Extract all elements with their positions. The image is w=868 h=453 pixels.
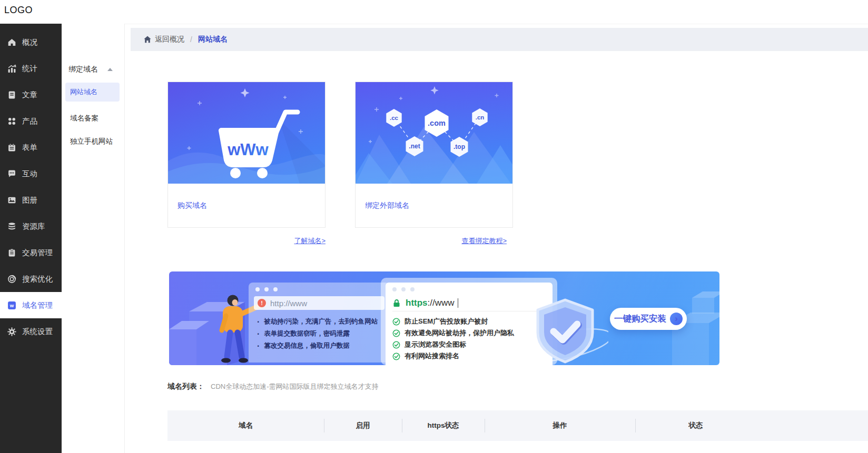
subsidebar-group-bind-domain[interactable]: 绑定域名 [68,65,121,74]
gallery-icon [7,196,16,205]
hex-label-top: .top [453,143,465,150]
check-circle-icon [392,353,400,360]
https-promo-banner: ! http://www ·被劫持/污染，充满广告，去到钓鱼网站 ·表单提交数据… [169,271,719,365]
sidebar-item-stats[interactable]: 统计 [0,55,62,82]
collapse-arrow-icon [107,68,113,71]
app-window: LOGO 概况 统计 文章 产品 [0,0,868,453]
domain-list-hint: CDN全球动态加速-需网站国际版且绑定独立域名才支持 [211,382,379,391]
sidebar-item-domains[interactable]: w 域名管理 [0,292,62,318]
secondary-sidebar: 绑定域名 网站域名 域名备案 独立手机网站 [62,24,125,453]
sidebar-item-resources[interactable]: 资源库 [0,213,62,239]
hex-label-cc: .cc [390,115,399,121]
sidebar-item-gallery[interactable]: 图册 [0,187,62,213]
check-circle-icon [392,329,400,337]
security-shield-icon [523,297,608,365]
hex-label-cn: .cn [476,114,485,120]
stats-icon [7,64,16,73]
resource-icon [7,222,16,231]
top-bar: LOGO [0,0,868,24]
cta-label: 一键购买安装 [614,313,666,325]
breadcrumb-back-link[interactable]: 返回概况 [155,35,184,44]
https-scheme-text: https [406,298,428,308]
column-header-actions: 操作 [485,410,635,441]
sidebar-item-label: 系统设置 [22,327,53,337]
https-benefit-item: 防止SEM广告投放账户被封 [405,317,488,326]
http-url-text: http://www [270,299,307,308]
alert-icon: ! [258,299,266,307]
breadcrumb-separator: / [190,35,192,44]
column-header-status: 状态 [635,410,756,441]
sidebar-item-label: 文章 [22,90,37,100]
http-address-bar: ! http://www [254,296,384,310]
form-icon [7,143,16,152]
buy-domain-illustration: wWw [168,82,325,184]
subsidebar-item-label: 独立手机网站 [70,137,113,145]
sidebar-item-label: 交易管理 [22,248,53,258]
sidebar-item-forms[interactable]: 表单 [0,134,62,160]
sidebar-item-products[interactable]: 产品 [0,108,62,134]
product-icon [7,117,16,126]
browser-dots [386,283,553,291]
sidebar-item-interaction[interactable]: 互动 [0,160,62,187]
bind-external-domain-card[interactable]: .cc .com .cn .net .top 绑定外部域名 [355,82,513,228]
subsidebar-item-website-domain[interactable]: 网站域名 [65,83,120,102]
learn-domain-link[interactable]: 了解域名> [167,236,326,247]
breadcrumb: 返回概况 / 网站域名 [131,28,868,51]
trade-icon [7,248,16,257]
http-browser-panel: ! http://www ·被劫持/污染，充满广告，去到钓鱼网站 ·表单提交数据… [249,283,390,363]
check-circle-icon [392,318,400,326]
sidebar-item-overview[interactable]: 概况 [0,29,62,55]
domain-list-label: 域名列表： [167,382,204,391]
interact-icon [7,169,16,178]
bind-tutorial-link[interactable]: 查看绑定教程> [355,236,507,247]
buy-domain-card[interactable]: wWw 购买域名 [167,82,326,228]
http-risk-item: 表单提交数据窃听，密码泄露 [264,329,350,338]
breadcrumb-home-icon [143,35,152,44]
sidebar-item-articles[interactable]: 文章 [0,82,62,108]
https-url-rest: ://www [428,298,455,308]
sidebar-item-label: 互动 [22,169,37,179]
seo-icon [7,275,16,284]
http-risk-item: 被劫持/污染，充满广告，去到钓鱼网站 [264,317,378,326]
sidebar-item-seo[interactable]: 搜索优化 [0,266,62,292]
subsidebar-item-domain-icp[interactable]: 域名备案 [70,114,123,123]
app-logo: LOGO [4,5,33,16]
sidebar-item-label: 表单 [22,143,37,153]
https-benefit-item: 有效避免网站被劫持，保护用户隐私 [405,328,514,338]
subsidebar-item-label: 域名备案 [70,114,98,122]
domain-list-caption: 域名列表： CDN全球动态加速-需网站国际版且绑定独立域名才支持 [167,382,379,391]
text-cursor [458,298,459,308]
subsidebar-group-label: 绑定域名 [68,65,98,74]
one-click-install-button[interactable]: 一键购买安装 › [610,308,687,330]
breadcrumb-current: 网站域名 [198,35,228,44]
bind-domain-label[interactable]: 绑定外部域名 [356,184,512,228]
cart-www-text: wWw [227,140,269,159]
sidebar-item-settings[interactable]: 系统设置 [0,318,62,345]
subsidebar-item-mobile-site[interactable]: 独立手机网站 [70,137,123,146]
browser-dots [249,283,390,291]
domain-icon-glyph: w [9,303,14,308]
home-icon [7,38,16,47]
column-header-https-status: https状态 [402,410,485,441]
bind-domain-illustration: .cc .com .cn .net .top [356,82,512,184]
settings-icon [7,327,16,336]
article-icon [7,90,16,99]
https-benefit-item: 显示浏览器安全图标 [405,340,466,349]
domain-icon: w [7,301,16,310]
subsidebar-item-label: 网站域名 [70,87,97,97]
hex-label-com: .com [428,119,446,127]
sidebar-item-label: 图册 [22,195,37,205]
buy-domain-label[interactable]: 购买域名 [168,184,325,228]
sidebar-item-label: 产品 [22,116,37,126]
http-risk-list: ·被劫持/污染，充满广告，去到钓鱼网站 ·表单提交数据窃听，密码泄露 ·篡改交易… [257,316,390,352]
hex-label-net: .net [409,143,420,150]
check-circle-icon [392,341,400,349]
domain-table-header: 域名 启用 https状态 操作 状态 [167,410,868,441]
sidebar-item-label: 域名管理 [22,300,53,310]
lock-icon [392,299,401,307]
sidebar-item-label: 概况 [22,37,37,47]
sidebar-item-trade[interactable]: 交易管理 [0,239,62,266]
sidebar-item-label: 资源库 [22,222,45,231]
https-benefit-item: 有利网站搜索排名 [405,351,459,361]
arrow-right-icon: › [670,313,683,325]
